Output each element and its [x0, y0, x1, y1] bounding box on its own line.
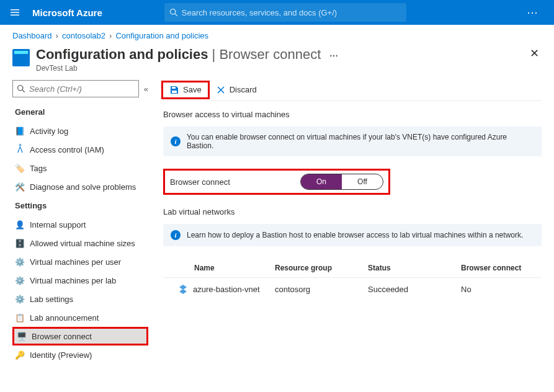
cell-bc: No	[461, 285, 542, 294]
sidebar-item-label: Virtual machines per user	[30, 257, 121, 267]
activity-log-icon: 📘	[15, 126, 25, 136]
vnet-icon	[178, 284, 189, 294]
chevron-right-icon: ›	[56, 31, 58, 40]
cell-name: azure-bastion-vnet	[193, 285, 260, 294]
page-subtitle: DevTest Lab	[36, 64, 338, 73]
info-icon: i	[171, 230, 181, 240]
collapse-sidebar-button[interactable]: «	[144, 84, 148, 94]
sidebar-item-lab-settings[interactable]: ⚙️Lab settings	[12, 290, 148, 308]
sidebar-item-label: Browser connect	[32, 332, 92, 341]
cell-status: Succeeded	[368, 285, 461, 294]
table-row[interactable]: azure-bastion-vnet contosorg Succeeded N…	[163, 278, 542, 300]
info-text: You can enable browser connect on virtua…	[187, 133, 534, 150]
column-header-name[interactable]: Name	[163, 264, 275, 272]
sidebar-item-label: Lab announcement	[30, 313, 99, 323]
gear-icon: ⚙️	[15, 275, 25, 285]
more-button[interactable]: ⋯	[527, 6, 554, 19]
tag-icon: 🏷️	[15, 163, 25, 173]
main-panel: Save Discard Browser access to virtual m…	[148, 80, 542, 392]
info-banner-networks: i Learn how to deploy a Bastion host to …	[163, 224, 542, 246]
sidebar-item-browser-connect[interactable]: 🖥️Browser connect	[12, 327, 148, 345]
sidebar-item-vm-per-lab[interactable]: ⚙️Virtual machines per lab	[12, 271, 148, 290]
info-icon: i	[171, 136, 181, 146]
key-icon: 🔑	[15, 350, 25, 360]
sidebar-item-label: Diagnose and solve problems	[30, 182, 136, 192]
toggle-on[interactable]: On	[301, 174, 342, 189]
sidebar-section-settings: Settings	[12, 196, 148, 215]
page-title: Configuration and policies | Browser con…	[36, 47, 338, 63]
vm-sizes-icon: 🗄️	[15, 238, 25, 248]
sidebar-item-internal-support[interactable]: 👤Internal support	[12, 215, 148, 234]
sidebar-item-vm-sizes[interactable]: 🗄️Allowed virtual machine sizes	[12, 234, 148, 252]
diagnose-icon: 🛠️	[15, 182, 25, 192]
gear-icon: ⚙️	[15, 294, 25, 304]
sidebar-item-label: Activity log	[30, 127, 68, 136]
sidebar: « General 📘Activity log ᐰAccess control …	[12, 80, 148, 392]
save-button[interactable]: Save	[163, 82, 208, 97]
toggle-off[interactable]: Off	[342, 174, 383, 189]
breadcrumb-link[interactable]: Configuration and policies	[115, 31, 208, 40]
column-header-rg[interactable]: Resource group	[275, 264, 368, 272]
sidebar-item-diagnose[interactable]: 🛠️Diagnose and solve problems	[12, 177, 148, 196]
close-button[interactable]: ✕	[530, 47, 542, 60]
browser-connect-toggle[interactable]: On Off	[300, 174, 383, 190]
announcement-icon: 📋	[15, 313, 25, 323]
info-banner-bastion: i You can enable browser connect on virt…	[163, 127, 542, 156]
toggle-label: Browser connect	[170, 177, 300, 187]
save-icon	[169, 85, 179, 95]
search-icon	[169, 8, 178, 17]
support-icon: 👤	[15, 220, 25, 229]
column-header-bc[interactable]: Browser connect	[461, 264, 542, 272]
sidebar-item-lab-announcement[interactable]: 📋Lab announcement	[12, 308, 148, 327]
chevron-right-icon: ›	[109, 31, 112, 40]
sidebar-item-label: Tags	[30, 164, 47, 173]
more-icon[interactable]: ⋯	[324, 51, 338, 61]
people-icon: ᐰ	[15, 145, 25, 154]
sidebar-item-tags[interactable]: 🏷️Tags	[12, 159, 148, 177]
breadcrumb-link[interactable]: contosolab2	[62, 31, 105, 40]
table-header: Name Resource group Status Browser conne…	[163, 259, 542, 278]
sidebar-item-activity-log[interactable]: 📘Activity log	[12, 122, 148, 140]
breadcrumb-link[interactable]: Dashboard	[12, 31, 52, 40]
page-title-row: Configuration and policies | Browser con…	[12, 47, 542, 73]
top-bar: Microsoft Azure ⋯	[0, 0, 554, 25]
sidebar-search[interactable]	[12, 80, 139, 97]
info-text: Learn how to deploy a Bastion host to en…	[187, 231, 523, 239]
hamburger-icon	[10, 7, 20, 17]
sidebar-item-vm-per-user[interactable]: ⚙️Virtual machines per user	[12, 252, 148, 271]
close-icon	[216, 85, 226, 95]
brand-label: Microsoft Azure	[30, 7, 127, 18]
gear-icon: ⚙️	[15, 257, 25, 267]
sidebar-item-access-control[interactable]: ᐰAccess control (IAM)	[12, 140, 148, 159]
discard-label: Discard	[230, 85, 257, 94]
save-label: Save	[183, 85, 202, 94]
sidebar-item-label: Virtual machines per lab	[30, 276, 116, 285]
search-icon	[17, 84, 25, 93]
sidebar-item-label: Lab settings	[30, 295, 73, 304]
resource-icon	[12, 49, 30, 66]
cell-rg: contosorg	[275, 285, 368, 294]
section-heading: Browser access to virtual machines	[163, 110, 542, 119]
sidebar-item-label: Internal support	[30, 220, 86, 229]
sidebar-item-identity[interactable]: 🔑Identity (Preview)	[12, 345, 148, 364]
sidebar-section-general: General	[12, 102, 148, 122]
global-search-input[interactable]	[182, 8, 401, 17]
browser-icon: 🖥️	[17, 331, 27, 341]
section-heading: Lab virtual networks	[163, 207, 542, 216]
column-header-status[interactable]: Status	[368, 264, 461, 272]
breadcrumb: Dashboard › contosolab2 › Configuration …	[12, 31, 542, 40]
hamburger-menu-button[interactable]	[0, 0, 30, 25]
command-bar: Save Discard	[163, 80, 542, 101]
global-search[interactable]	[164, 3, 406, 22]
sidebar-search-input[interactable]	[29, 84, 135, 94]
discard-button[interactable]: Discard	[210, 82, 263, 97]
sidebar-item-label: Access control (IAM)	[30, 145, 104, 154]
sidebar-item-label: Allowed virtual machine sizes	[30, 239, 135, 248]
sidebar-item-label: Identity (Preview)	[30, 350, 92, 360]
